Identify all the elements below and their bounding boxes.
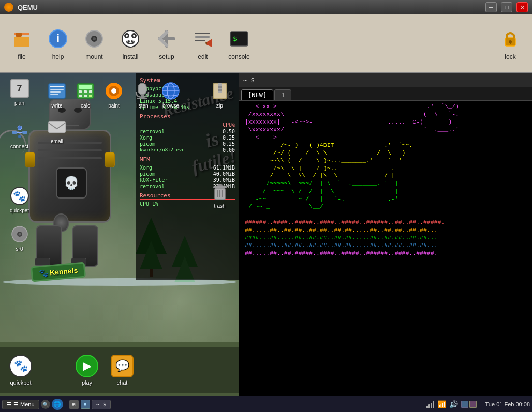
quickpet-label: quickpet [10, 208, 29, 213]
datetime-display: Tue 01 Feb 00:08 [485, 401, 530, 407]
svg-rect-61 [79, 95, 82, 97]
term-line-8: ~~\\ ( / \ )~..._______.' `--' [241, 157, 530, 165]
listen-icon [132, 81, 153, 101]
tray-2[interactable] [469, 401, 477, 408]
trash-label: trash [214, 203, 225, 209]
taskbar-sep-right [481, 400, 481, 409]
lock-label: lock [505, 53, 515, 60]
terminal-tab-new[interactable]: [NEW] [241, 89, 273, 100]
connect-icon [9, 121, 30, 142]
terminal-panel: ~ $ [NEW] 1 < xx > .' `\_/) /xxxxxxxx\ (… [239, 73, 532, 411]
left-sidebar: 7 plan connect 🐾 [0, 73, 39, 347]
sidebar-sr0[interactable]: sr0 [3, 224, 36, 252]
svg-point-35 [18, 135, 21, 138]
desktop-write[interactable]: write [47, 81, 67, 109]
bottom-quickpet-label: quickpet [10, 379, 32, 386]
taskbar-color-box[interactable]: ■ [81, 400, 90, 409]
terminal-tab-1[interactable]: 1 [274, 89, 291, 100]
tray-1[interactable] [461, 401, 468, 408]
lock-icon [498, 26, 523, 51]
file-icon [9, 26, 34, 51]
svg-rect-60 [89, 90, 92, 93]
bottom-chat[interactable]: 💬 chat [109, 355, 135, 386]
taskbar-task-1[interactable]: ⊞ [69, 400, 79, 409]
svg-text:$ _: $ _ [233, 35, 245, 42]
svg-rect-67 [138, 83, 146, 95]
desktop-paint[interactable]: paint [104, 81, 124, 109]
svg-rect-62 [84, 95, 87, 97]
desktop-listen[interactable]: listen [132, 81, 153, 109]
connect-label: connect [10, 144, 28, 149]
toolbar-help-button[interactable]: i help [42, 26, 73, 60]
svg-rect-47 [217, 184, 223, 186]
email-icon [47, 116, 67, 137]
bottom-quickpet[interactable]: 🐾 quickpet [8, 355, 34, 386]
svg-rect-31 [12, 131, 17, 134]
mount-icon [82, 26, 107, 51]
right-sidebar: zip trash [200, 73, 239, 347]
bar2 [428, 404, 430, 408]
toolbar-file-button[interactable]: file [6, 26, 37, 60]
term-line-15 [241, 211, 530, 219]
trash-icon [210, 181, 230, 202]
bar3 [431, 403, 432, 408]
svg-point-38 [18, 233, 21, 236]
svg-rect-2 [16, 33, 22, 37]
sidebar-zip[interactable]: zip [210, 81, 230, 109]
toolbar-console-button[interactable]: $ _ console [224, 26, 255, 60]
svg-point-11 [126, 35, 128, 37]
setup-label: setup [159, 53, 174, 60]
listen-label: listen [136, 103, 148, 109]
title-bar: QEMU ─ □ ✕ [0, 0, 532, 14]
bar1 [426, 406, 428, 408]
svg-rect-63 [89, 95, 92, 97]
search-button[interactable]: 🔍 [41, 400, 50, 409]
start-menu-button[interactable]: ☰ ☰ Menu [2, 400, 39, 409]
term-line-2: /xxxxxxxx\ ( \ `-. [241, 111, 530, 118]
sidebar-quickpet[interactable]: 🐾 quickpet [3, 186, 36, 213]
task1-icon: ⊞ [72, 402, 76, 407]
term-line-5: < -- > [241, 134, 530, 142]
terminal-tabs: [NEW] 1 [239, 87, 532, 101]
calc-label: calc [81, 103, 90, 109]
toolbar-install-button[interactable]: install [115, 26, 146, 60]
svg-point-16 [131, 40, 133, 42]
toolbar-lock-button[interactable]: lock [495, 26, 526, 60]
desktop-calc[interactable]: calc [75, 81, 96, 109]
globe-button[interactable]: 🌐 [52, 399, 63, 410]
bottom-play[interactable]: ▶ play [74, 355, 100, 386]
svg-point-15 [128, 40, 130, 42]
svg-rect-57 [79, 85, 92, 89]
close-button[interactable]: ✕ [516, 2, 528, 12]
term-line-3: |xxxxxxxx| _-<~~>-_____________________.… [241, 118, 530, 126]
svg-rect-55 [50, 94, 58, 95]
term-line-7: /~/ ( / \ \ / \ ) [241, 149, 530, 157]
term-line-20: ##.....##..##.#####..####..#####..######… [241, 250, 530, 257]
console-icon: $ _ [227, 26, 252, 51]
svg-rect-53 [50, 89, 64, 90]
paint-label: paint [108, 103, 120, 109]
wifi-icon: 📶 [437, 400, 446, 408]
paint-icon [104, 81, 124, 101]
term-line-10: / \ \\ / |\ \ / | [241, 172, 530, 180]
sidebar-plan[interactable]: 7 plan [3, 78, 36, 106]
play-label: play [82, 379, 92, 386]
desktop-browse[interactable]: browse [160, 81, 181, 109]
maximize-button[interactable]: □ [501, 2, 512, 12]
desktop-top-icons: write calc [41, 73, 198, 347]
install-icon [118, 26, 143, 51]
desktop-email[interactable]: email [47, 116, 67, 144]
taskbar-terminal[interactable]: ~ $ [92, 400, 111, 409]
svg-rect-22 [195, 36, 210, 38]
term-line-13: _-~~ ~_/ | `-.____________.-' [241, 195, 530, 203]
toolbar-setup-button[interactable]: setup [151, 26, 182, 60]
toolbar-mount-button[interactable]: mount [79, 26, 110, 60]
toolbar-edit-button[interactable]: edit [187, 26, 218, 60]
write-icon [47, 81, 67, 101]
sidebar-connect[interactable]: connect [3, 121, 36, 149]
sidebar-trash[interactable]: trash [210, 181, 230, 209]
terminal-content[interactable]: < xx > .' `\_/) /xxxxxxxx\ ( \ `-. |xxxx… [239, 101, 532, 411]
svg-rect-54 [50, 91, 61, 93]
minimize-button[interactable]: ─ [485, 2, 497, 12]
quickpet-icon: 🐾 [9, 186, 30, 206]
